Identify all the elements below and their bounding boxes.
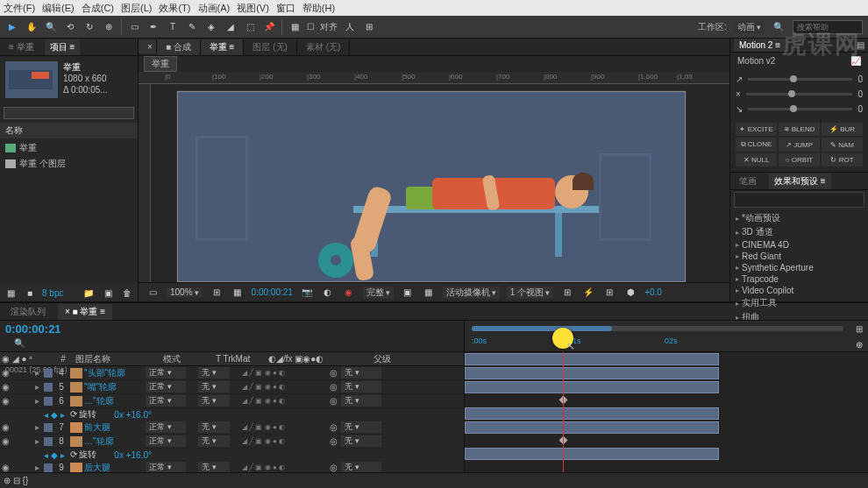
slider-2[interactable]: [746, 93, 853, 95]
timeline-timecode[interactable]: 0:00:00:21: [5, 322, 61, 336]
fx-item[interactable]: Red Giant: [732, 251, 866, 262]
expand-arrow[interactable]: ▸: [32, 436, 42, 446]
interpret-icon[interactable]: ▦: [4, 286, 18, 300]
expand-arrow[interactable]: ▸: [32, 422, 42, 432]
tl-zoom-icon[interactable]: ⊕: [852, 338, 866, 352]
zoom-tool[interactable]: 🔍: [44, 20, 58, 34]
layer-switches[interactable]: ◢ ╱ ▣ ◉ ● ◐: [242, 397, 330, 405]
new-folder-icon[interactable]: 📁: [82, 286, 96, 300]
expand-arrow[interactable]: ▸: [32, 396, 42, 406]
layer-switches[interactable]: ◢ ╱ ▣ ◉ ● ◐: [242, 369, 330, 377]
track-matte[interactable]: 无 ▾: [198, 462, 230, 472]
layer-row[interactable]: ◉ ▸9后大腿正常 ▾无 ▾◢ ╱ ▣ ◉ ● ◐◎无 ▾: [0, 461, 464, 472]
bpc-icon[interactable]: ■: [23, 286, 37, 300]
selection-tool[interactable]: ▶: [5, 20, 19, 34]
resolution-dropdown[interactable]: 完整 ▾: [363, 286, 394, 299]
btn-excite[interactable]: ✦ EXCITE: [736, 123, 777, 136]
workspace-dropdown[interactable]: 动画 ▾: [734, 21, 765, 33]
label-color[interactable]: [44, 397, 53, 406]
hand-tool[interactable]: ✋: [25, 20, 39, 34]
layer-row[interactable]: ◉ ▸7前大腿正常 ▾无 ▾◢ ╱ ▣ ◉ ● ◐◎无 ▾: [0, 421, 464, 435]
property-row[interactable]: ◂ ◆ ▸⟳ 旋转0x +16.0°: [0, 449, 464, 461]
track-matte[interactable]: 无 ▾: [198, 395, 230, 407]
project-item-comp[interactable]: 举重: [2, 140, 136, 156]
blend-mode[interactable]: 正常 ▾: [146, 421, 186, 433]
views-dropdown[interactable]: 1 个视图 ▾: [507, 286, 553, 299]
snap-opts[interactable]: 人: [343, 20, 357, 34]
parent-pickwhip[interactable]: ◎: [330, 396, 338, 406]
parent-dropdown[interactable]: 无 ▾: [341, 462, 381, 472]
fx-tab-presets[interactable]: 效果和预设 ≡: [769, 173, 831, 189]
project-tab-2[interactable]: 项目 ≡: [45, 39, 81, 55]
visibility-toggle[interactable]: ◉: [0, 422, 11, 432]
timeline-ruler[interactable]: :00s 01s 02s ↖: [465, 321, 850, 351]
snap-opts2[interactable]: ⊞: [362, 20, 376, 34]
snap-checkbox[interactable]: ☐: [307, 22, 315, 32]
menu-effect[interactable]: 效果(T): [159, 2, 190, 15]
layer-name[interactable]: …"轮廓: [84, 395, 146, 407]
track-matte[interactable]: 无 ▾: [198, 381, 230, 393]
expand-arrow[interactable]: ▸: [32, 368, 42, 378]
fx-item[interactable]: *动画预设: [732, 211, 866, 225]
bpc-label[interactable]: 8 bpc: [42, 288, 63, 298]
roto-tool[interactable]: ⬚: [243, 20, 257, 34]
viewport[interactable]: [151, 84, 729, 282]
expand-arrow[interactable]: ▸: [32, 463, 42, 472]
blend-mode[interactable]: 正常 ▾: [146, 462, 186, 472]
parent-dropdown[interactable]: 无 ▾: [341, 395, 381, 407]
transp-icon[interactable]: ▦: [422, 286, 436, 300]
eraser-tool[interactable]: ◢: [224, 20, 238, 34]
project-tab-1[interactable]: ≡ 举重: [4, 39, 39, 55]
visibility-toggle[interactable]: ◉: [0, 382, 11, 392]
btn-burst[interactable]: ⚡ BUR: [822, 123, 863, 136]
tl-search-icon[interactable]: 🔍: [12, 336, 26, 350]
btn-name[interactable]: ✎ NAM: [822, 138, 863, 152]
tl-toggle-switches[interactable]: ⊕ ⊟ {}: [4, 476, 28, 485]
menu-anim[interactable]: 动画(A): [198, 2, 231, 15]
fx-search[interactable]: [734, 192, 864, 208]
preview-timecode[interactable]: 0:00:00:21: [252, 287, 293, 297]
visibility-toggle[interactable]: ◉: [0, 436, 11, 446]
layer-name[interactable]: 前大腿: [84, 421, 146, 434]
visibility-toggle[interactable]: ◉: [0, 463, 11, 472]
layer-name[interactable]: 后大腿: [84, 462, 146, 473]
visibility-toggle[interactable]: ◉: [0, 396, 11, 406]
col-trkmat[interactable]: T TrkMat: [214, 354, 267, 364]
preview-tab-comp[interactable]: ■ 合成: [157, 39, 201, 55]
track-matte[interactable]: 无 ▾: [198, 435, 230, 447]
channel-icon[interactable]: ◐: [321, 286, 335, 300]
menu-view[interactable]: 视图(V): [237, 2, 269, 15]
label-color[interactable]: [44, 423, 53, 432]
preview-subtab[interactable]: 举重: [144, 56, 177, 72]
fx-item[interactable]: 3D 通道: [732, 225, 866, 239]
puppet-tool[interactable]: 📌: [262, 20, 276, 34]
layer-switches[interactable]: ◢ ╱ ▣ ◉ ● ◐: [242, 463, 330, 471]
slider-3[interactable]: [748, 108, 852, 110]
parent-pickwhip[interactable]: ◎: [330, 368, 338, 378]
layer-name[interactable]: …"轮廓: [84, 435, 146, 448]
menu-file[interactable]: 文件(F): [4, 2, 35, 15]
mask-vis-icon[interactable]: ◉: [342, 286, 356, 300]
preview-tab-layer[interactable]: 图层 (无): [244, 39, 296, 55]
project-item-folder[interactable]: 举重 个图层: [2, 156, 136, 172]
delete-icon[interactable]: 🗑: [120, 286, 134, 300]
camera-dropdown[interactable]: 活动摄像机 ▾: [443, 286, 500, 299]
parent-dropdown[interactable]: 无 ▾: [341, 435, 381, 447]
btn-orbit[interactable]: ○ ORBIT: [779, 153, 820, 166]
parent-dropdown[interactable]: 无 ▾: [341, 421, 381, 433]
fx-item[interactable]: Trapcode: [732, 273, 866, 285]
keyframe-nav[interactable]: ◂ ◆ ▸: [44, 450, 65, 460]
fx-item[interactable]: Synthetic Aperture: [732, 262, 866, 273]
parent-pickwhip[interactable]: ◎: [330, 463, 338, 472]
fast-icon[interactable]: ⚡: [581, 286, 595, 300]
slider-1[interactable]: [748, 78, 852, 81]
col-layername[interactable]: 图层名称: [74, 353, 161, 365]
menu-window[interactable]: 窗口: [276, 2, 295, 15]
layer-name[interactable]: "头部"轮廓: [84, 367, 146, 379]
mag-icon[interactable]: ▭: [146, 286, 160, 300]
btn-null[interactable]: ✕ NULL: [736, 153, 777, 166]
label-color[interactable]: [44, 369, 53, 378]
blend-mode[interactable]: 正常 ▾: [146, 367, 186, 378]
project-search[interactable]: [4, 107, 134, 119]
fx-tab-brush[interactable]: 笔画: [734, 173, 762, 189]
